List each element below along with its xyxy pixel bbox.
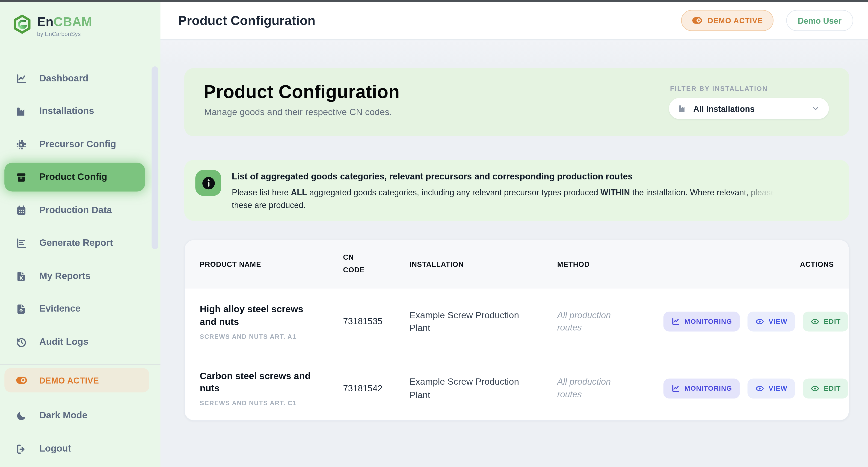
installation-filter: FILTER BY INSTALLATION All Installations (669, 85, 829, 119)
monitoring-button[interactable]: MONITORING (663, 378, 740, 398)
header-demo-badge[interactable]: DEMO ACTIVE (681, 10, 773, 31)
cn-code-value: 73181542 (343, 383, 409, 393)
installation-value: Example Screw Production Plant (409, 375, 531, 401)
chart-line-icon (671, 317, 680, 326)
toggle-on-icon (692, 15, 703, 26)
sidebar-item-label: Generate Report (39, 237, 113, 249)
sidebar-item-generate-report[interactable]: Generate Report (4, 231, 145, 255)
view-button[interactable]: VIEW (747, 312, 795, 331)
chart-line-icon (671, 384, 680, 392)
installation-filter-dropdown[interactable]: All Installations (669, 98, 829, 119)
eye-icon (755, 317, 764, 326)
sidebar-item-label: Installations (39, 106, 94, 117)
column-actions: ACTIONS (800, 260, 834, 268)
header-demo-label: DEMO ACTIVE (708, 17, 763, 25)
edit-button[interactable]: EDIT (803, 312, 848, 331)
chevron-down-icon (811, 104, 820, 113)
products-table: PRODUCT NAME CN CODE INSTALLATION METHOD… (184, 240, 849, 421)
column-product-name: PRODUCT NAME (200, 260, 343, 268)
calendar-icon (16, 205, 27, 216)
info-banner: List of aggregated goods categories, rel… (184, 160, 849, 221)
window-top-strip (0, 0, 868, 2)
user-name: Demo User (798, 16, 841, 25)
page-title: Product Configuration (178, 13, 316, 28)
sidebar-item-product-config[interactable]: Product Config (4, 163, 145, 192)
sidebar: EnCBAM by EnCarbonSys Dashboard Installa… (0, 2, 160, 467)
sidebar-item-audit-logs[interactable]: Audit Logs (4, 330, 145, 354)
table-row: Carbon steel screws and nuts SCREWS AND … (185, 355, 849, 421)
package-icon (16, 171, 27, 183)
monitoring-button[interactable]: MONITORING (663, 312, 740, 331)
sidebar-item-dark-mode[interactable]: Dark Mode (4, 404, 145, 428)
method-value: All production routes (557, 376, 626, 401)
sidebar-item-dashboard[interactable]: Dashboard (4, 66, 145, 91)
sidebar-item-label: Audit Logs (39, 337, 88, 348)
view-button[interactable]: VIEW (747, 378, 795, 398)
product-subcode: SCREWS AND NUTS ART. A1 (200, 333, 319, 340)
sidebar-item-precursor-config[interactable]: Precursor Config (4, 133, 145, 157)
column-method: METHOD (557, 260, 663, 268)
factory-icon (16, 106, 27, 117)
hero-card: Product Configuration Manage goods and t… (184, 68, 849, 136)
sidebar-item-label: Precursor Config (39, 139, 116, 150)
installation-value: Example Screw Production Plant (409, 309, 531, 334)
sidebar-item-label: My Reports (39, 271, 90, 282)
brand-tagline: by EnCarbonSys (37, 30, 92, 37)
hero-subtitle: Manage goods and their respective CN cod… (204, 107, 392, 117)
banner-body-line2: these are produced. (232, 200, 838, 210)
table-row: High alloy steel screws and nuts SCREWS … (185, 288, 849, 355)
eye-icon (755, 384, 764, 392)
factory-icon (678, 104, 687, 113)
sidebar-divider (0, 364, 160, 364)
file-upload-icon (16, 303, 27, 315)
main-content: Product Configuration DEMO ACTIVE Demo U… (160, 2, 868, 467)
method-value: All production routes (557, 309, 626, 334)
banner-body-line1: Please list here ALL aggregated goods ca… (232, 188, 780, 197)
filter-label: FILTER BY INSTALLATION (670, 85, 829, 92)
edit-button[interactable]: EDIT (803, 378, 848, 398)
sidebar-item-label: Dark Mode (39, 410, 87, 421)
microchip-icon (16, 139, 27, 150)
cn-code-value: 73181535 (343, 317, 409, 326)
sidebar-item-evidence[interactable]: Evidence (4, 297, 145, 321)
logout-icon (16, 443, 27, 455)
product-name: High alloy steel screws and nuts (200, 303, 319, 328)
sidebar-item-logout[interactable]: Logout (4, 437, 145, 461)
encbam-logo-icon (12, 13, 32, 39)
chart-line-icon (16, 73, 27, 84)
sidebar-item-production-data[interactable]: Production Data (4, 198, 145, 223)
moon-icon (16, 410, 27, 421)
product-name: Carbon steel screws and nuts (200, 370, 319, 395)
history-icon (16, 336, 27, 348)
brand-text: EnCBAM by EnCarbonSys (37, 15, 92, 37)
sidebar-item-label: Logout (39, 443, 71, 454)
product-subcode: SCREWS AND NUTS ART. C1 (200, 400, 319, 407)
app-header: Product Configuration DEMO ACTIVE Demo U… (160, 2, 868, 40)
column-installation: INSTALLATION (409, 260, 557, 268)
sidebar-item-installations[interactable]: Installations (4, 99, 145, 124)
page-body: Product Configuration Manage goods and t… (160, 40, 868, 467)
brand-name-secondary: CBAM (54, 14, 92, 28)
app-window: EnCBAM by EnCarbonSys Dashboard Installa… (0, 0, 868, 467)
user-menu-button[interactable]: Demo User (786, 10, 853, 31)
eye-icon (811, 317, 819, 326)
column-cn-code: CN CODE (343, 252, 370, 276)
info-icon (200, 175, 216, 191)
report-bars-icon (16, 237, 27, 249)
banner-heading: List of aggregated goods categories, rel… (232, 172, 838, 181)
sidebar-item-label: Production Data (39, 205, 112, 216)
sidebar-demo-label: DEMO ACTIVE (39, 375, 99, 385)
sidebar-demo-toggle[interactable]: DEMO ACTIVE (4, 368, 149, 392)
brand-logo: EnCBAM by EnCarbonSys (12, 13, 92, 39)
brand-name-primary: En (37, 14, 54, 28)
sidebar-item-my-reports[interactable]: My Reports (4, 264, 145, 289)
table-header-row: PRODUCT NAME CN CODE INSTALLATION METHOD… (185, 240, 849, 289)
info-icon-badge (195, 170, 221, 196)
sidebar-item-label: Evidence (39, 303, 81, 314)
sidebar-scrollbar-thumb[interactable] (152, 66, 158, 249)
sidebar-item-label: Product Config (39, 172, 107, 183)
file-excel-icon (16, 270, 27, 282)
sidebar-item-label: Dashboard (39, 73, 88, 84)
toggle-on-icon (16, 374, 28, 386)
eye-icon (811, 384, 819, 392)
